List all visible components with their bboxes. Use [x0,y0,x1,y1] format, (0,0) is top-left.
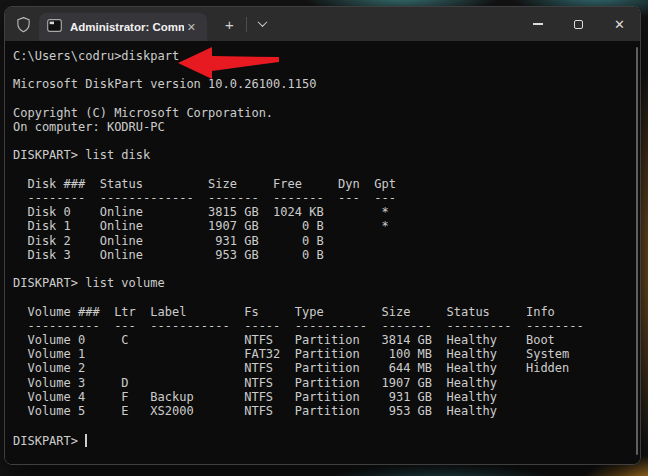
terminal-line: Volume 5 E XS2000 NTFS Partition 953 GB … [13,404,630,418]
scrollbar-thumb[interactable] [636,47,639,455]
command-prompt-icon [47,18,62,36]
minimize-icon [533,23,543,24]
prompt-text: DISKPART> [13,434,85,448]
terminal-line [13,63,630,77]
minimize-button[interactable] [517,7,558,41]
terminal-line [13,163,630,177]
terminal-line [13,262,630,276]
terminal-line [13,92,630,106]
terminal-line: C:\Users\codru>diskpart [13,49,630,63]
desktop: { "titlebar": { "shield_icon": "admin-sh… [0,0,648,476]
terminal-line: -------- ------------- ------- ------- -… [13,191,630,205]
terminal-line: ---------- --- ----------- ----- -------… [13,319,630,333]
tab-close-icon[interactable]: ✕ [184,20,199,35]
terminal-line: Volume 0 C NTFS Partition 3814 GB Health… [13,333,630,347]
titlebar-divider [246,17,247,32]
terminal-line: Microsoft DiskPart version 10.0.26100.11… [13,77,630,91]
close-icon: ✕ [614,18,625,31]
terminal-line: Copyright (C) Microsoft Corporation. [13,106,630,120]
terminal-line: Volume 2 NTFS Partition 644 MB Healthy H… [13,361,630,375]
admin-shield-icon [16,16,31,33]
terminal-output: C:\Users\codru>diskpart Microsoft DiskPa… [13,49,630,432]
maximize-icon [574,20,583,29]
terminal-line: Disk ### Status Size Free Dyn Gpt [13,177,630,191]
terminal-line [13,134,630,148]
terminal-line: DISKPART> list disk [13,148,630,162]
new-tab-button[interactable]: + [219,15,240,34]
terminal[interactable]: C:\Users\codru>diskpart Microsoft DiskPa… [5,41,640,464]
tab-title: Administrator: Command Pro [70,21,184,33]
terminal-line: DISKPART> list volume [13,276,630,290]
maximize-button[interactable] [558,7,599,41]
terminal-line: Volume ### Ltr Label Fs Type Size Status… [13,305,630,319]
terminal-line: Disk 3 Online 953 GB 0 B [13,248,630,262]
terminal-line: Volume 3 D NTFS Partition 1907 GB Health… [13,376,630,390]
tab-administrator-command-prompt[interactable]: Administrator: Command Pro ✕ [39,13,207,41]
close-button[interactable]: ✕ [599,7,640,41]
chevron-down-icon[interactable] [257,17,267,27]
terminal-window: Administrator: Command Pro ✕ + ✕ C:\User… [4,6,641,465]
text-cursor [85,434,87,447]
terminal-line: Disk 1 Online 1907 GB 0 B * [13,219,630,233]
terminal-line [13,290,630,304]
terminal-line [13,418,630,432]
terminal-line: Volume 4 F Backup NTFS Partition 931 GB … [13,390,630,404]
terminal-line: Volume 1 FAT32 Partition 100 MB Healthy … [13,347,630,361]
terminal-line: Disk 2 Online 931 GB 0 B [13,234,630,248]
terminal-prompt-line: DISKPART> [13,432,630,448]
title-bar[interactable]: Administrator: Command Pro ✕ + ✕ [5,7,640,41]
terminal-line: Disk 0 Online 3815 GB 1024 KB * [13,205,630,219]
terminal-line: On computer: KODRU-PC [13,120,630,134]
